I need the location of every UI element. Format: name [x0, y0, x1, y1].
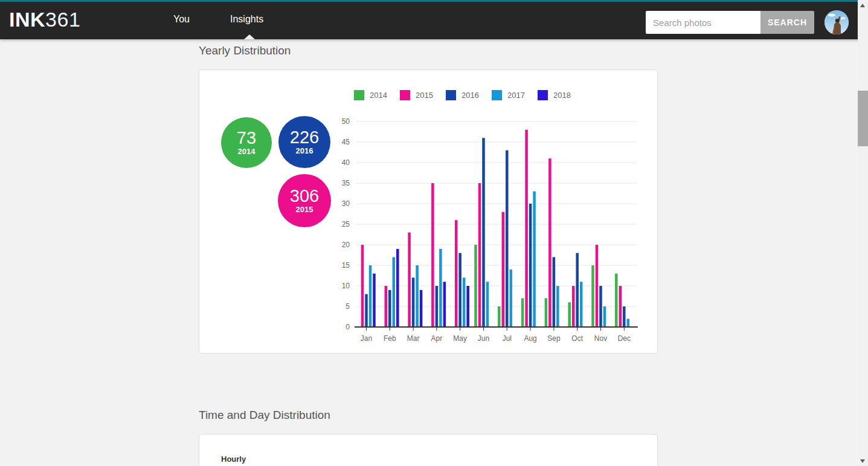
bar-2016-Mar: [412, 277, 415, 327]
bar-2016-Dec: [623, 306, 626, 327]
month-label: Jan: [361, 334, 372, 343]
scroll-up-arrow-icon[interactable]: [858, 0, 868, 10]
month-label: Mar: [407, 334, 420, 343]
ink361-logo[interactable]: INK361: [9, 8, 80, 31]
y-axis-label: 5: [346, 302, 350, 311]
bar-2017-Sep: [556, 286, 559, 327]
bar-2015-Mar: [408, 233, 411, 327]
y-axis-label: 40: [342, 158, 350, 167]
bar-2015-Jan: [361, 245, 364, 327]
bar-2016-Aug: [529, 204, 532, 327]
bar-2017-Apr: [439, 249, 442, 327]
month-label: Sep: [547, 334, 561, 343]
scrollbar-thumb[interactable]: [858, 91, 868, 146]
y-axis-label: 10: [342, 282, 350, 290]
bar-2016-Sep: [553, 257, 556, 327]
month-label: Jul: [503, 334, 512, 343]
month-label: Aug: [524, 334, 536, 343]
y-axis-label: 15: [342, 261, 350, 270]
logo-text-bold: INK: [9, 8, 45, 31]
bar-2017-Aug: [533, 192, 536, 327]
bar-2018-Mar: [420, 290, 423, 327]
bar-2018-Jan: [373, 274, 376, 327]
bar-2017-Jan: [369, 265, 372, 327]
bar-2017-Mar: [416, 265, 419, 327]
y-axis-label: 20: [342, 241, 350, 249]
y-axis-label: 0: [346, 323, 350, 331]
bar-2015-Nov: [596, 245, 599, 327]
bar-2014-Aug: [521, 298, 524, 327]
bar-2017-Jun: [486, 282, 489, 327]
vertical-scrollbar[interactable]: [858, 0, 868, 466]
bar-2017-May: [463, 277, 466, 327]
y-axis-label: 45: [342, 138, 350, 146]
bar-2015-Feb: [385, 286, 388, 327]
bar-2015-Jun: [478, 183, 481, 327]
bar-2016-Nov: [599, 286, 602, 327]
bar-2015-Oct: [572, 286, 575, 327]
bar-2015-Jul: [502, 212, 505, 327]
y-axis-label: 35: [342, 179, 350, 187]
yearly-bar-chart: 05101520253035404550JanFebMarAprMayJunJu…: [199, 70, 658, 354]
month-label: Jun: [478, 334, 489, 343]
bar-2015-May: [455, 220, 458, 327]
nav-item-you[interactable]: You: [173, 14, 190, 25]
bar-2016-Apr: [436, 286, 439, 327]
month-label: Nov: [594, 334, 607, 343]
scroll-down-arrow-icon[interactable]: [858, 456, 868, 466]
nav-item-insights[interactable]: Insights: [230, 14, 263, 25]
bar-2017-Feb: [393, 257, 396, 327]
bar-2014-Sep: [545, 298, 548, 327]
hourly-subtitle: Hourly: [221, 455, 246, 464]
timeday-distribution-card: Hourly: [199, 434, 658, 466]
bar-2015-Aug: [525, 130, 528, 327]
bar-2016-Jan: [365, 294, 368, 327]
month-label: Feb: [384, 334, 396, 343]
bar-2016-Oct: [576, 253, 579, 327]
logo-text-light: 361: [45, 8, 80, 31]
y-axis-label: 50: [342, 117, 350, 126]
y-axis-label: 25: [342, 220, 350, 228]
bar-2017-Nov: [603, 306, 606, 327]
bar-2017-Oct: [580, 282, 583, 327]
bar-2014-Jul: [498, 306, 501, 327]
bar-2015-Apr: [431, 183, 434, 327]
bar-2018-Feb: [396, 249, 399, 327]
bar-2014-Nov: [591, 265, 594, 327]
avatar-photo: [825, 10, 849, 34]
bar-2014-Oct: [568, 302, 571, 327]
month-label: Oct: [571, 334, 583, 343]
month-label: Apr: [431, 334, 443, 343]
avatar[interactable]: [825, 10, 849, 34]
bar-2018-May: [466, 286, 469, 327]
y-axis-label: 30: [342, 199, 350, 208]
bar-2016-Jul: [506, 150, 509, 327]
bar-2016-Jun: [482, 138, 485, 327]
bar-2016-Feb: [388, 290, 391, 327]
bar-2014-Dec: [615, 274, 618, 327]
page: INK361 You Insights SEARCH Yearly: [0, 0, 868, 466]
search-input[interactable]: [646, 11, 760, 34]
month-label: May: [453, 334, 467, 343]
active-tab-indicator: [244, 34, 255, 39]
timeday-distribution-title: Time and Day Distribution: [199, 409, 330, 422]
yearly-distribution-title: Yearly Distribution: [199, 44, 291, 57]
month-label: Dec: [618, 334, 631, 343]
bar-2015-Dec: [619, 286, 622, 327]
bar-2014-Jun: [474, 245, 477, 327]
bar-2015-Sep: [548, 158, 551, 327]
top-navigation-bar: INK361 You Insights SEARCH: [0, 0, 868, 39]
bar-2017-Dec: [627, 319, 630, 327]
search-button[interactable]: SEARCH: [760, 11, 814, 34]
bar-2016-May: [458, 253, 461, 327]
bar-2018-Apr: [443, 282, 446, 327]
yearly-distribution-card: 20142015201620172018 7320142262016306201…: [199, 70, 658, 354]
bar-2017-Jul: [510, 270, 513, 327]
